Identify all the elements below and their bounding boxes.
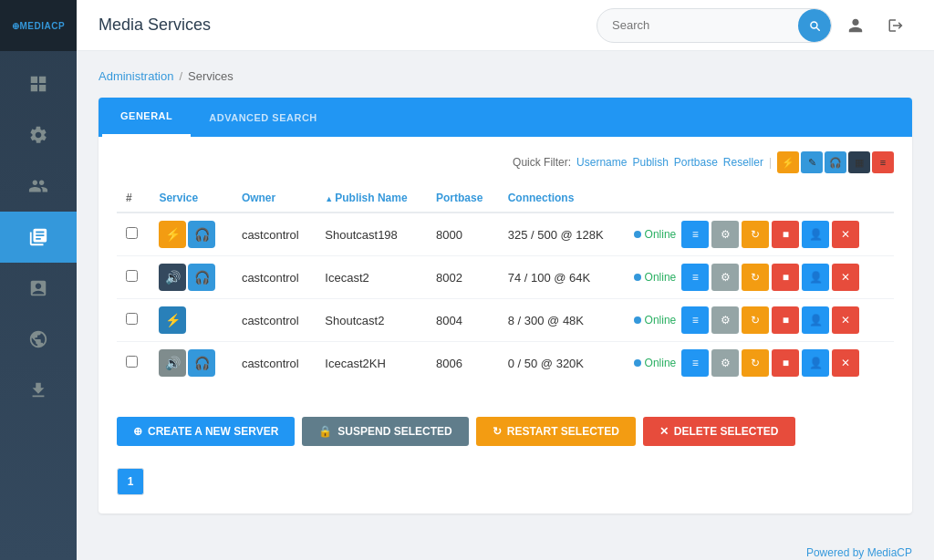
action-settings[interactable]: ⚙ [711, 221, 739, 248]
action-stop[interactable]: ■ [772, 306, 799, 334]
create-server-button[interactable]: ⊕ CREATE A NEW SERVER [117, 417, 295, 446]
action-user[interactable]: 👤 [802, 264, 829, 291]
sidebar: ⊕MEDIACP [0, 0, 77, 560]
qf-icon-3[interactable]: 🎧 [825, 151, 846, 173]
row-select-2[interactable] [126, 270, 138, 282]
action-user[interactable]: 👤 [802, 349, 829, 377]
action-stop[interactable]: ■ [772, 349, 799, 377]
action-delete[interactable]: ✕ [832, 221, 859, 248]
qf-icon-5[interactable]: ≡ [872, 151, 894, 173]
user-button[interactable] [839, 9, 872, 42]
search-box [597, 8, 832, 43]
row-select-4[interactable] [126, 356, 138, 368]
quick-filter-portbase[interactable]: Portbase [674, 156, 718, 169]
action-settings[interactable]: ⚙ [711, 264, 739, 291]
quick-filter-username[interactable]: Username [576, 156, 627, 169]
sidebar-item-services[interactable] [0, 212, 77, 263]
sidebar-item-settings[interactable] [0, 109, 77, 161]
qf-icon-2[interactable]: ✎ [801, 151, 823, 173]
sidebar-item-users[interactable] [0, 161, 77, 212]
tab-general[interactable]: GENERAL [102, 98, 191, 137]
action-user[interactable]: 👤 [802, 306, 829, 334]
quick-filter-reseller[interactable]: Reseller [723, 156, 763, 169]
main-content: Media Services Administration / Services [77, 0, 934, 560]
tab-advanced-search[interactable]: ADVANCED SEARCH [191, 99, 336, 136]
sidebar-navigation [0, 51, 77, 416]
topbar-right [597, 8, 912, 43]
restart-label: RESTART SELECTED [507, 425, 619, 438]
service-icon-bolt3: ⚡ [159, 306, 186, 334]
page-1-button[interactable]: 1 [117, 468, 144, 495]
restart-icon: ↻ [493, 425, 502, 438]
row-checkbox[interactable] [117, 299, 150, 342]
row-owner: castcontrol [233, 299, 316, 342]
status-badge: Online [634, 228, 677, 241]
row-service-icons: ⚡ 🎧 [150, 213, 232, 256]
quick-filter-publish[interactable]: Publish [632, 156, 668, 169]
action-delete[interactable]: ✕ [832, 264, 859, 291]
action-buttons: ≡ ⚙ ↻ ■ 👤 ✕ [681, 221, 859, 248]
action-settings[interactable]: ⚙ [711, 306, 739, 334]
create-icon: ⊕ [133, 425, 142, 438]
search-button[interactable] [798, 9, 831, 42]
row-connections: 0 / 50 @ 320K [499, 342, 625, 385]
action-restart[interactable]: ↻ [742, 221, 769, 248]
action-menu[interactable]: ≡ [681, 306, 709, 334]
sidebar-item-dashboard[interactable] [0, 58, 77, 109]
action-settings[interactable]: ⚙ [711, 349, 739, 377]
search-input[interactable] [597, 13, 798, 37]
row-status-actions: Online ≡ ⚙ ↻ ■ 👤 ✕ [625, 256, 894, 299]
row-select-1[interactable] [126, 227, 138, 239]
sidebar-item-download[interactable] [0, 365, 77, 416]
suspend-selected-button[interactable]: 🔒 SUSPEND SELECTED [302, 417, 468, 446]
row-status-actions: Online ≡ ⚙ ↻ ■ 👤 ✕ [625, 213, 894, 256]
row-publish-name: Shoutcast198 [316, 213, 427, 256]
breadcrumb-parent[interactable]: Administration [99, 69, 173, 83]
row-checkbox[interactable] [117, 342, 150, 385]
restart-selected-button[interactable]: ↻ RESTART SELECTED [476, 417, 636, 446]
row-owner: castcontrol [233, 256, 316, 299]
action-menu[interactable]: ≡ [681, 221, 709, 248]
row-checkbox[interactable] [117, 213, 150, 256]
create-label: CREATE A NEW SERVER [148, 425, 278, 438]
row-connections: 8 / 300 @ 48K [499, 299, 625, 342]
pagination: 1 [99, 461, 912, 513]
row-status-actions: Online ≡ ⚙ ↻ ■ 👤 ✕ [625, 342, 894, 385]
quick-filter-sep: | [769, 156, 772, 169]
sidebar-item-globe[interactable] [0, 314, 77, 365]
row-checkbox[interactable] [117, 256, 150, 299]
action-restart[interactable]: ↻ [742, 349, 769, 377]
status-badge: Online [634, 314, 677, 327]
action-restart[interactable]: ↻ [742, 264, 769, 291]
col-publish-name[interactable]: Publish Name [316, 184, 427, 213]
col-number: # [117, 184, 150, 213]
action-delete[interactable]: ✕ [832, 306, 859, 334]
table-header: # Service Owner Publish Name Portbase Co… [117, 184, 894, 213]
bottom-actions: ⊕ CREATE A NEW SERVER 🔒 SUSPEND SELECTED… [99, 399, 912, 461]
action-menu[interactable]: ≡ [681, 349, 709, 377]
row-owner: castcontrol [233, 342, 316, 385]
action-restart[interactable]: ↻ [742, 306, 769, 334]
delete-selected-button[interactable]: ✕ DELETE SELECTED [643, 417, 795, 446]
action-buttons: ≡ ⚙ ↻ ■ 👤 ✕ [681, 306, 859, 334]
col-service: Service [150, 184, 232, 213]
logout-button[interactable] [879, 9, 912, 42]
action-menu[interactable]: ≡ [681, 264, 709, 291]
page-title: Media Services [99, 16, 211, 35]
sidebar-item-reports[interactable] [0, 263, 77, 314]
table-row: 🔊 🎧 castcontrol Icecast2KH 8006 0 / 50 @… [117, 342, 894, 385]
quick-filter-label: Quick Filter: [513, 156, 571, 169]
row-select-3[interactable] [126, 313, 138, 325]
action-delete[interactable]: ✕ [832, 349, 859, 377]
row-portbase: 8004 [427, 299, 499, 342]
action-stop[interactable]: ■ [772, 264, 799, 291]
footer: Powered by MediaCP [77, 532, 934, 560]
col-portbase: Portbase [427, 184, 499, 213]
qf-icon-1[interactable]: ⚡ [777, 151, 799, 173]
tab-bar: GENERAL ADVANCED SEARCH [99, 98, 912, 137]
qf-icon-4[interactable]: ▦ [848, 151, 870, 173]
status-dot [634, 316, 641, 324]
action-stop[interactable]: ■ [772, 221, 799, 248]
action-user[interactable]: 👤 [802, 221, 829, 248]
quick-filter-icons: ⚡ ✎ 🎧 ▦ ≡ [777, 151, 894, 173]
